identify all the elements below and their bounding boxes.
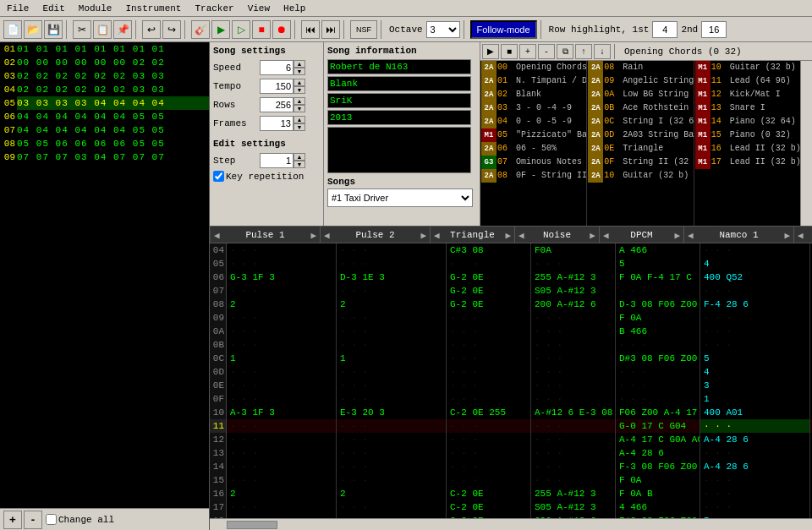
track-cell[interactable]: 200 A-#12 6 — [531, 298, 615, 311]
pattern-row[interactable]: 04 02 02 02 02 02 02 03 03 — [0, 83, 209, 96]
track-cell[interactable]: · · · — [447, 325, 530, 338]
track-cell[interactable]: · · · — [447, 352, 530, 365]
inst-play-btn[interactable]: ▶ — [482, 44, 499, 59]
inst-row-item[interactable]: M114Piano (32 64) — [694, 115, 800, 128]
inst-row-item[interactable]: 2A10Guitar (32 b) — [587, 169, 693, 183]
change-all-checkbox[interactable] — [46, 514, 57, 525]
track-cell[interactable]: · · · — [227, 460, 336, 473]
inst-row-item[interactable]: 2A09Angelic String (0 32) — [587, 74, 693, 88]
speed-up-btn[interactable]: ▲ — [294, 60, 305, 68]
track-cell[interactable]: 3 — [700, 379, 809, 392]
track-cell[interactable]: D-3 08 F06 Z00 — [616, 298, 700, 311]
track-cell[interactable]: · · · — [531, 325, 615, 338]
track-cell[interactable]: · · · — [531, 392, 615, 406]
track-cell[interactable]: · · · — [531, 338, 615, 352]
track-cell[interactable]: · · · — [227, 433, 336, 446]
track-cell[interactable]: A-4 28 6 — [616, 446, 700, 460]
tb-play[interactable]: ▶ — [211, 20, 230, 39]
track-cell[interactable]: 1 — [337, 352, 446, 365]
year-input[interactable] — [327, 110, 471, 125]
inst-row-item[interactable]: 2A0CString I (32 64) — [587, 115, 693, 128]
track-cell[interactable]: 2 — [227, 487, 336, 500]
track-cell[interactable]: F-4 28 6 — [700, 298, 809, 311]
track-cell[interactable]: F 0A — [616, 311, 700, 325]
inst-row-item[interactable]: 2A080F - String II (32 64) — [480, 169, 586, 183]
menu-tracker[interactable]: Tracker — [188, 2, 240, 15]
track-cell[interactable]: · · · — [227, 325, 336, 338]
menu-instrument[interactable]: Instrument — [118, 2, 188, 15]
track-cell[interactable]: D#3 08 F06 Z00 — [616, 352, 700, 365]
track-cell[interactable]: · · · — [227, 419, 336, 433]
highlight-2nd-input[interactable] — [701, 21, 727, 38]
inst-row-item[interactable]: G307Ominous Notes (64 96) — [480, 156, 586, 169]
track-cell[interactable]: · · · — [531, 379, 615, 392]
inst-up-btn[interactable]: ↑ — [575, 44, 592, 59]
track-cell[interactable]: B 466 — [616, 325, 700, 338]
track-cell[interactable]: · · · — [700, 284, 809, 298]
track-cell[interactable]: · · · — [227, 243, 336, 257]
pattern-row[interactable]: 02 00 00 00 00 00 00 02 02 — [0, 56, 209, 69]
inst-row-item[interactable]: M115Piano (0 32) — [694, 128, 800, 142]
inst-row-item[interactable]: 2A0BAce Rothstein — [587, 101, 693, 115]
pattern-row[interactable]: 09 07 07 07 03 04 07 07 07 — [0, 150, 209, 164]
track-cell[interactable]: A-3 1F 3 — [227, 406, 336, 419]
inst-row-item[interactable]: 2A01N. Timpani / DPCM — [480, 74, 586, 88]
hscroll-thumb[interactable] — [227, 521, 277, 529]
menu-edit[interactable]: Edit — [36, 2, 71, 15]
tb-save[interactable]: 💾 — [44, 20, 63, 39]
track-cell[interactable]: · · · — [616, 379, 700, 392]
track-cell[interactable]: · · · — [447, 311, 530, 325]
col-right-arrow[interactable]: ▶ — [420, 230, 426, 241]
pattern-row[interactable]: 08 05 05 06 06 06 06 05 05 — [0, 137, 209, 150]
track-cell[interactable]: · · · — [531, 257, 615, 270]
tb-prev[interactable]: ⏮ — [301, 20, 320, 39]
track-cell[interactable]: · · · — [227, 500, 336, 514]
track-cell[interactable]: G-3 1F 3 — [227, 270, 336, 284]
menu-help[interactable]: Help — [277, 2, 312, 15]
octave-select[interactable]: 342 — [426, 21, 460, 38]
track-cell[interactable]: A 466 — [616, 243, 700, 257]
tempo-input[interactable] — [260, 79, 294, 94]
track-cell[interactable]: · · · — [700, 419, 809, 433]
inst-row-item[interactable]: M116Lead II (32 b) — [694, 142, 800, 156]
tb-next[interactable]: ⏭ — [321, 20, 340, 39]
inst-row-item[interactable]: M113Snare I — [694, 101, 800, 115]
inst-row-item[interactable]: M117Lead II (32 b) — [694, 156, 800, 169]
author-input[interactable] — [327, 59, 471, 74]
track-cell[interactable]: · · · — [447, 365, 530, 379]
track-cell[interactable]: · · · — [700, 500, 809, 514]
tb-redo[interactable]: ↪ — [162, 20, 181, 39]
track-cell[interactable]: · · · — [700, 243, 809, 257]
tempo-up-btn[interactable]: ▲ — [294, 79, 305, 86]
track-cell[interactable]: F0A — [531, 243, 615, 257]
menu-file[interactable]: File — [0, 2, 36, 15]
track-cell[interactable]: · · · — [337, 365, 446, 379]
track-cell[interactable]: · · · — [337, 419, 446, 433]
track-cell[interactable]: 5 — [700, 352, 809, 365]
tb-play-pattern[interactable]: ▷ — [232, 20, 250, 39]
track-cell[interactable]: S05 A-#12 3 — [531, 284, 615, 298]
menu-module[interactable]: Module — [72, 2, 119, 15]
track-cell[interactable]: · · · — [700, 311, 809, 325]
track-cell[interactable]: A-#12 6 E-3 08 — [531, 406, 615, 419]
track-cell[interactable]: · · · — [531, 473, 615, 487]
track-cell[interactable]: · · · — [337, 257, 446, 270]
track-cell[interactable]: 2 — [337, 487, 446, 500]
pattern-row[interactable]: 01 01 01 01 01 01 01 01 01 — [0, 42, 209, 56]
track-cell[interactable]: G-2 0E — [447, 284, 530, 298]
track-cell[interactable]: · · · — [337, 243, 446, 257]
track-cell[interactable]: · · · — [531, 419, 615, 433]
add-pattern-btn[interactable]: + — [3, 511, 22, 529]
track-cell[interactable]: · · · — [531, 365, 615, 379]
col-right-arrow[interactable]: ▶ — [310, 230, 316, 241]
inst-row-item[interactable]: M111Lead (64 96) — [694, 74, 800, 88]
rows-down-btn[interactable]: ▼ — [294, 105, 305, 112]
step-up-btn[interactable]: ▲ — [294, 153, 305, 161]
track-cell[interactable]: · · · — [337, 446, 446, 460]
inst-add-btn[interactable]: + — [519, 44, 536, 59]
track-cell[interactable]: C-2 0E 255 — [447, 406, 530, 419]
inst-row-item[interactable]: 2A040 - 0 -5 -9 — [480, 115, 586, 128]
track-cell[interactable]: · · · — [616, 392, 700, 406]
srik-input[interactable] — [327, 93, 471, 108]
menu-view[interactable]: View — [241, 2, 277, 15]
